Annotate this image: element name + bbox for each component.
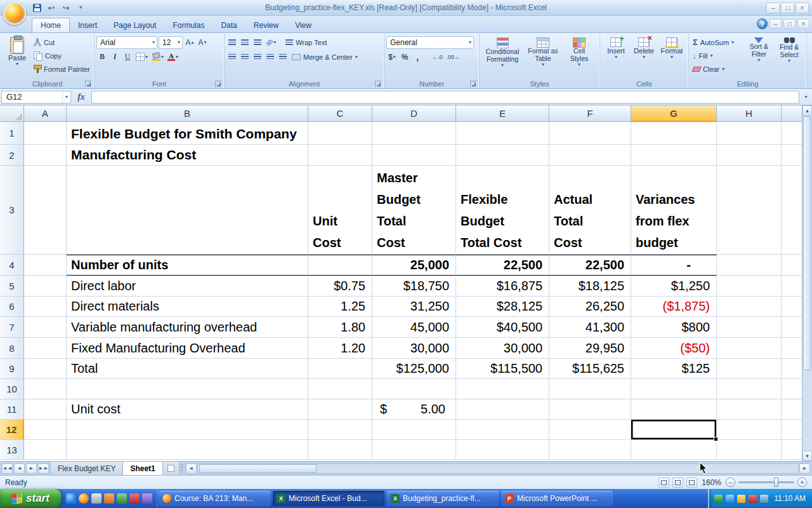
cut-button[interactable]: Cut (32, 36, 92, 49)
minimize-button[interactable]: – (766, 3, 780, 13)
cell-g2[interactable] (631, 145, 717, 166)
cell-g6[interactable]: ($1,875) (631, 297, 717, 317)
sort-filter-button[interactable]: Sort & Filter▾ (744, 35, 775, 63)
cell-e11[interactable] (456, 399, 549, 420)
office-button[interactable] (3, 2, 26, 25)
format-painter-button[interactable]: Format Painter (32, 62, 92, 76)
cell-a7[interactable] (24, 317, 67, 338)
cell-c9[interactable] (308, 359, 372, 379)
decrease-indent-button[interactable] (265, 51, 276, 63)
cell-d9[interactable]: $125,000 (372, 359, 456, 379)
cell-b6[interactable]: Direct materials (67, 297, 308, 317)
name-box-dropdown[interactable]: ▾ (62, 91, 70, 103)
cell-c8[interactable]: 1.20 (308, 338, 372, 359)
normal-view-button[interactable] (658, 478, 669, 488)
cell-g1[interactable] (631, 122, 717, 145)
align-top-button[interactable] (226, 36, 238, 48)
cell-h2[interactable] (717, 145, 782, 166)
formula-input[interactable] (91, 91, 799, 104)
borders-button[interactable]: ▾ (134, 51, 149, 63)
cell-d2[interactable] (372, 145, 456, 166)
number-format-select[interactable]: General▾ (386, 36, 474, 49)
show-desktop-icon[interactable] (91, 493, 102, 504)
comma-style-button[interactable]: , (412, 51, 423, 63)
cell-b11[interactable]: Unit cost (67, 399, 308, 420)
format-cells-button[interactable]: Format▾ (658, 35, 686, 60)
cell-g12[interactable] (631, 420, 717, 440)
row-header-10[interactable]: 10 (0, 379, 24, 399)
cell-g3[interactable]: Variances from flex budget (631, 166, 717, 255)
cell-h4[interactable] (717, 255, 782, 276)
cell-d11[interactable]: $5.00 (372, 399, 456, 420)
font-family-select[interactable]: Arial▾ (96, 36, 157, 49)
horizontal-scroll-thumb[interactable] (199, 464, 317, 473)
cell-e8[interactable]: 30,000 (456, 338, 549, 359)
taskbar-task-powerpoint[interactable]: PMicrosoft PowerPoint ... (501, 491, 613, 506)
tab-data[interactable]: Data (213, 18, 245, 32)
cell-b10[interactable] (67, 379, 308, 399)
paste-button[interactable]: Paste ▾ (3, 35, 32, 67)
cell-d1[interactable] (372, 122, 456, 145)
row-header-12[interactable]: 12 (0, 420, 24, 440)
insert-worksheet-button[interactable] (163, 462, 180, 475)
cell-f2[interactable] (549, 145, 631, 166)
delete-cells-button[interactable]: Delete▾ (630, 35, 658, 60)
italic-button[interactable]: I (109, 51, 121, 63)
cell-h10[interactable] (717, 379, 782, 399)
antivirus-tray-icon[interactable] (714, 495, 723, 503)
cell-b13[interactable] (67, 440, 308, 460)
qat-customize-button[interactable]: ▾ (74, 2, 87, 13)
cell-g13[interactable] (631, 440, 717, 460)
cell-a5[interactable] (24, 276, 67, 297)
first-sheet-button[interactable]: ◄◄ (2, 464, 13, 474)
align-left-button[interactable] (226, 51, 238, 63)
align-bottom-button[interactable] (252, 36, 263, 48)
tab-view[interactable]: View (287, 18, 320, 32)
cell-d12[interactable] (372, 420, 456, 440)
tab-formulas[interactable]: Formulas (164, 18, 213, 32)
cell-b3[interactable] (67, 166, 308, 255)
cell-f12[interactable] (549, 420, 631, 440)
column-header-g[interactable]: G (631, 105, 717, 122)
font-size-select[interactable]: 12▾ (159, 36, 183, 49)
cell-h5[interactable] (717, 276, 782, 297)
cell-c10[interactable] (308, 379, 372, 399)
firefox-icon[interactable] (79, 493, 89, 504)
cell-d5[interactable]: $18,750 (372, 276, 456, 297)
prev-sheet-button[interactable]: ◄ (14, 464, 25, 474)
column-header-d[interactable]: D (372, 105, 456, 122)
last-sheet-button[interactable]: ►► (38, 464, 49, 474)
update-tray-icon[interactable] (737, 495, 745, 503)
acrobat-icon[interactable] (129, 493, 140, 504)
zoom-in-button[interactable]: + (797, 478, 807, 487)
page-break-view-button[interactable] (686, 478, 697, 488)
cell-c11[interactable] (308, 399, 372, 420)
workbook-restore-button[interactable]: □ (783, 19, 796, 29)
cell-b2[interactable]: Manufacturing Cost (67, 145, 308, 166)
cell-h6[interactable] (717, 297, 782, 317)
tab-page-layout[interactable]: Page Layout (105, 18, 164, 32)
media-player-icon[interactable] (104, 493, 114, 504)
row-header-3[interactable]: 3 (0, 166, 24, 255)
cell-b5[interactable]: Direct labor (67, 276, 308, 297)
cell-d8[interactable]: 30,000 (372, 338, 456, 359)
insert-cells-button[interactable]: Insert▾ (602, 35, 630, 60)
cell-g4[interactable]: - (631, 255, 717, 276)
start-button[interactable]: start (0, 489, 62, 508)
cell-b4[interactable]: Number of units (67, 255, 308, 276)
cell-e1[interactable] (456, 122, 549, 145)
scroll-up-button[interactable]: ▲ (802, 105, 812, 116)
cell-e9[interactable]: $115,500 (456, 359, 549, 379)
find-select-button[interactable]: Find & Select▾ (774, 35, 804, 64)
decrease-decimal-button[interactable]: .00→ (445, 51, 462, 63)
cell-c13[interactable] (308, 440, 372, 460)
cell-a12[interactable] (24, 420, 67, 440)
cell-a6[interactable] (24, 297, 67, 317)
volume-tray-icon[interactable] (760, 495, 768, 503)
cell-h3[interactable] (717, 166, 782, 255)
cell-f13[interactable] (549, 440, 631, 460)
orientation-button[interactable]: ab▾ (265, 36, 277, 48)
internet-explorer-icon[interactable] (66, 493, 76, 504)
restore-button[interactable]: □ (781, 3, 794, 13)
accounting-format-button[interactable]: $▾ (386, 51, 398, 63)
